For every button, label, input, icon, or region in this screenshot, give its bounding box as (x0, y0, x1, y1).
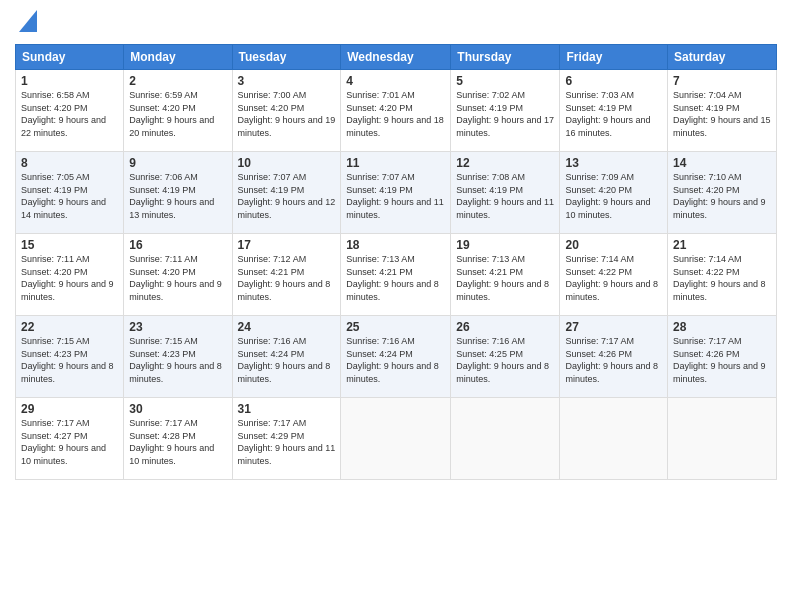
day-number: 3 (238, 74, 336, 88)
day-info: Sunrise: 7:17 AMSunset: 4:26 PMDaylight:… (565, 335, 662, 385)
calendar-cell: 9Sunrise: 7:06 AMSunset: 4:19 PMDaylight… (124, 152, 232, 234)
day-info: Sunrise: 7:11 AMSunset: 4:20 PMDaylight:… (129, 253, 226, 303)
calendar-cell: 18Sunrise: 7:13 AMSunset: 4:21 PMDayligh… (341, 234, 451, 316)
day-number: 10 (238, 156, 336, 170)
day-number: 13 (565, 156, 662, 170)
calendar-cell: 6Sunrise: 7:03 AMSunset: 4:19 PMDaylight… (560, 70, 668, 152)
day-number: 28 (673, 320, 771, 334)
calendar-cell: 17Sunrise: 7:12 AMSunset: 4:21 PMDayligh… (232, 234, 341, 316)
day-number: 14 (673, 156, 771, 170)
calendar-cell: 15Sunrise: 7:11 AMSunset: 4:20 PMDayligh… (16, 234, 124, 316)
day-of-week-header: Monday (124, 45, 232, 70)
calendar-cell: 2Sunrise: 6:59 AMSunset: 4:20 PMDaylight… (124, 70, 232, 152)
day-of-week-header: Saturday (668, 45, 777, 70)
day-number: 23 (129, 320, 226, 334)
calendar-cell (451, 398, 560, 480)
page-container: SundayMondayTuesdayWednesdayThursdayFrid… (0, 0, 792, 612)
day-info: Sunrise: 7:16 AMSunset: 4:24 PMDaylight:… (346, 335, 445, 385)
day-number: 4 (346, 74, 445, 88)
calendar-cell: 29Sunrise: 7:17 AMSunset: 4:27 PMDayligh… (16, 398, 124, 480)
calendar-cell: 3Sunrise: 7:00 AMSunset: 4:20 PMDaylight… (232, 70, 341, 152)
day-info: Sunrise: 7:11 AMSunset: 4:20 PMDaylight:… (21, 253, 118, 303)
calendar-cell: 28Sunrise: 7:17 AMSunset: 4:26 PMDayligh… (668, 316, 777, 398)
day-number: 20 (565, 238, 662, 252)
day-info: Sunrise: 7:05 AMSunset: 4:19 PMDaylight:… (21, 171, 118, 221)
day-number: 19 (456, 238, 554, 252)
day-number: 11 (346, 156, 445, 170)
calendar-cell: 24Sunrise: 7:16 AMSunset: 4:24 PMDayligh… (232, 316, 341, 398)
day-number: 5 (456, 74, 554, 88)
day-info: Sunrise: 7:15 AMSunset: 4:23 PMDaylight:… (21, 335, 118, 385)
day-of-week-header: Tuesday (232, 45, 341, 70)
day-of-week-header: Sunday (16, 45, 124, 70)
day-info: Sunrise: 7:04 AMSunset: 4:19 PMDaylight:… (673, 89, 771, 139)
calendar-cell: 25Sunrise: 7:16 AMSunset: 4:24 PMDayligh… (341, 316, 451, 398)
calendar-cell: 27Sunrise: 7:17 AMSunset: 4:26 PMDayligh… (560, 316, 668, 398)
day-number: 9 (129, 156, 226, 170)
day-info: Sunrise: 7:14 AMSunset: 4:22 PMDaylight:… (673, 253, 771, 303)
day-number: 30 (129, 402, 226, 416)
day-info: Sunrise: 7:13 AMSunset: 4:21 PMDaylight:… (456, 253, 554, 303)
header (15, 10, 777, 36)
day-info: Sunrise: 6:59 AMSunset: 4:20 PMDaylight:… (129, 89, 226, 139)
day-info: Sunrise: 7:15 AMSunset: 4:23 PMDaylight:… (129, 335, 226, 385)
calendar-cell: 11Sunrise: 7:07 AMSunset: 4:19 PMDayligh… (341, 152, 451, 234)
calendar-cell: 8Sunrise: 7:05 AMSunset: 4:19 PMDaylight… (16, 152, 124, 234)
day-info: Sunrise: 7:00 AMSunset: 4:20 PMDaylight:… (238, 89, 336, 139)
day-number: 27 (565, 320, 662, 334)
calendar-cell: 14Sunrise: 7:10 AMSunset: 4:20 PMDayligh… (668, 152, 777, 234)
day-info: Sunrise: 7:03 AMSunset: 4:19 PMDaylight:… (565, 89, 662, 139)
day-number: 6 (565, 74, 662, 88)
day-number: 21 (673, 238, 771, 252)
calendar-cell: 22Sunrise: 7:15 AMSunset: 4:23 PMDayligh… (16, 316, 124, 398)
day-number: 29 (21, 402, 118, 416)
day-number: 17 (238, 238, 336, 252)
day-number: 18 (346, 238, 445, 252)
svg-marker-0 (19, 10, 37, 32)
day-number: 7 (673, 74, 771, 88)
calendar-cell (560, 398, 668, 480)
logo (15, 10, 37, 36)
calendar-cell: 19Sunrise: 7:13 AMSunset: 4:21 PMDayligh… (451, 234, 560, 316)
day-number: 24 (238, 320, 336, 334)
calendar-cell: 5Sunrise: 7:02 AMSunset: 4:19 PMDaylight… (451, 70, 560, 152)
day-info: Sunrise: 7:16 AMSunset: 4:25 PMDaylight:… (456, 335, 554, 385)
calendar-cell: 4Sunrise: 7:01 AMSunset: 4:20 PMDaylight… (341, 70, 451, 152)
day-number: 8 (21, 156, 118, 170)
day-info: Sunrise: 7:17 AMSunset: 4:26 PMDaylight:… (673, 335, 771, 385)
calendar-cell: 13Sunrise: 7:09 AMSunset: 4:20 PMDayligh… (560, 152, 668, 234)
day-of-week-header: Wednesday (341, 45, 451, 70)
day-info: Sunrise: 7:17 AMSunset: 4:28 PMDaylight:… (129, 417, 226, 467)
day-info: Sunrise: 7:12 AMSunset: 4:21 PMDaylight:… (238, 253, 336, 303)
day-info: Sunrise: 7:02 AMSunset: 4:19 PMDaylight:… (456, 89, 554, 139)
calendar-cell: 26Sunrise: 7:16 AMSunset: 4:25 PMDayligh… (451, 316, 560, 398)
day-info: Sunrise: 7:09 AMSunset: 4:20 PMDaylight:… (565, 171, 662, 221)
day-info: Sunrise: 7:13 AMSunset: 4:21 PMDaylight:… (346, 253, 445, 303)
day-info: Sunrise: 7:17 AMSunset: 4:27 PMDaylight:… (21, 417, 118, 467)
calendar-table: SundayMondayTuesdayWednesdayThursdayFrid… (15, 44, 777, 480)
day-info: Sunrise: 7:17 AMSunset: 4:29 PMDaylight:… (238, 417, 336, 467)
day-number: 1 (21, 74, 118, 88)
day-info: Sunrise: 7:01 AMSunset: 4:20 PMDaylight:… (346, 89, 445, 139)
day-number: 22 (21, 320, 118, 334)
day-number: 25 (346, 320, 445, 334)
logo-icon (19, 10, 37, 32)
calendar-cell: 12Sunrise: 7:08 AMSunset: 4:19 PMDayligh… (451, 152, 560, 234)
day-of-week-header: Thursday (451, 45, 560, 70)
day-number: 15 (21, 238, 118, 252)
day-number: 26 (456, 320, 554, 334)
day-number: 31 (238, 402, 336, 416)
calendar-cell: 20Sunrise: 7:14 AMSunset: 4:22 PMDayligh… (560, 234, 668, 316)
calendar-cell (341, 398, 451, 480)
calendar-cell (668, 398, 777, 480)
day-info: Sunrise: 6:58 AMSunset: 4:20 PMDaylight:… (21, 89, 118, 139)
calendar-cell: 30Sunrise: 7:17 AMSunset: 4:28 PMDayligh… (124, 398, 232, 480)
day-number: 16 (129, 238, 226, 252)
calendar-cell: 7Sunrise: 7:04 AMSunset: 4:19 PMDaylight… (668, 70, 777, 152)
day-number: 12 (456, 156, 554, 170)
day-info: Sunrise: 7:08 AMSunset: 4:19 PMDaylight:… (456, 171, 554, 221)
day-of-week-header: Friday (560, 45, 668, 70)
calendar-cell: 31Sunrise: 7:17 AMSunset: 4:29 PMDayligh… (232, 398, 341, 480)
day-info: Sunrise: 7:14 AMSunset: 4:22 PMDaylight:… (565, 253, 662, 303)
day-info: Sunrise: 7:06 AMSunset: 4:19 PMDaylight:… (129, 171, 226, 221)
